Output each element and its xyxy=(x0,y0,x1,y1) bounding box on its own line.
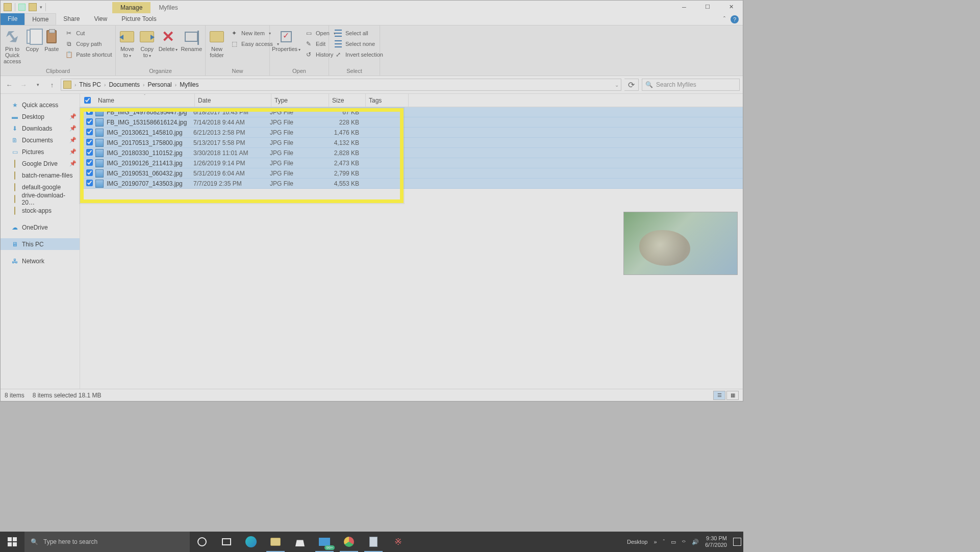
column-type[interactable]: Type xyxy=(271,94,329,107)
tab-picture-tools[interactable]: Picture Tools xyxy=(114,13,163,25)
tab-share[interactable]: Share xyxy=(56,13,87,25)
minimize-button[interactable]: ─ xyxy=(672,1,696,13)
file-row[interactable]: IMG_20190707_143503.jpg 7/7/2019 2:35 PM… xyxy=(80,179,743,189)
taskbar-mail[interactable]: 99+ xyxy=(312,532,337,552)
details-view-button[interactable]: ☰ xyxy=(713,391,725,400)
taskbar-edge[interactable] xyxy=(239,532,263,552)
row-checkbox[interactable] xyxy=(86,180,93,186)
paste-shortcut-button[interactable]: 📋Paste shortcut xyxy=(63,50,114,59)
select-all-button[interactable]: Select all xyxy=(332,29,385,38)
nav-batch-rename[interactable]: batch-rename-files xyxy=(1,169,80,181)
rename-button[interactable]: Rename xyxy=(181,27,202,52)
move-to-button[interactable]: Move to▾ xyxy=(119,27,136,59)
taskbar-chrome[interactable] xyxy=(337,532,361,552)
tray-desktop-label[interactable]: Desktop xyxy=(627,539,647,545)
task-view-button[interactable] xyxy=(214,532,239,552)
column-name[interactable]: Nameˆ xyxy=(95,94,195,107)
nav-this-pc[interactable]: 🖥This PC xyxy=(1,238,80,250)
nav-google-drive[interactable]: Google Drive📌 xyxy=(1,158,80,169)
nav-pictures[interactable]: ▭Pictures📌 xyxy=(1,146,80,158)
context-tab-manage[interactable]: Manage xyxy=(112,2,150,13)
file-row[interactable]: FB_IMG_1497808295447.jpg 6/18/2017 10:43… xyxy=(80,107,743,117)
copy-path-button[interactable]: ⧉Copy path xyxy=(63,39,114,48)
file-size: 228 KB xyxy=(328,119,363,126)
file-row[interactable]: IMG_20180330_110152.jpg 3/30/2018 11:01 … xyxy=(80,148,743,158)
breadcrumb-documents[interactable]: Documents xyxy=(107,81,142,88)
breadcrumb[interactable]: › This PC› Documents› Personal› Myfiles … xyxy=(61,79,621,91)
qat-folder-icon[interactable] xyxy=(29,3,37,11)
column-size[interactable]: Size xyxy=(329,94,366,107)
tray-overflow-icon[interactable]: » xyxy=(654,539,657,545)
file-explorer-window: ▾ Manage Myfiles ─ ☐ ✕ File Home Share V… xyxy=(0,0,743,402)
properties-button[interactable]: Properties▾ xyxy=(273,27,299,53)
row-checkbox[interactable] xyxy=(86,139,93,145)
tray-clock[interactable]: 9:30 PM 6/7/2020 xyxy=(705,535,727,548)
select-none-button[interactable]: Select none xyxy=(332,39,385,48)
tray-battery-icon[interactable]: ▭ xyxy=(671,539,676,545)
breadcrumb-personal[interactable]: Personal xyxy=(145,81,173,88)
recent-locations-button[interactable]: ▾ xyxy=(32,79,43,90)
column-tags[interactable]: Tags xyxy=(366,94,409,107)
cortana-button[interactable] xyxy=(190,532,214,552)
ribbon-collapse-icon[interactable]: ˆ xyxy=(723,16,725,23)
row-checkbox[interactable] xyxy=(86,108,93,115)
thumbnails-view-button[interactable]: ▦ xyxy=(726,391,739,400)
close-button[interactable]: ✕ xyxy=(719,1,743,13)
row-checkbox[interactable] xyxy=(86,118,93,125)
maximize-button[interactable]: ☐ xyxy=(696,1,719,13)
taskbar-store[interactable] xyxy=(288,532,312,552)
select-all-checkbox[interactable] xyxy=(84,97,91,104)
qat-dropdown-icon[interactable]: ▾ xyxy=(40,5,42,10)
file-row[interactable]: IMG_20170513_175800.jpg 5/13/2017 5:58 P… xyxy=(80,138,743,148)
breadcrumb-this-pc[interactable]: This PC xyxy=(77,81,103,88)
refresh-button[interactable]: ⟳ xyxy=(624,79,639,91)
tab-home[interactable]: Home xyxy=(24,13,56,25)
nav-desktop[interactable]: ▬Desktop📌 xyxy=(1,111,80,122)
paste-button[interactable]: Paste xyxy=(43,27,60,52)
copy-to-button[interactable]: Copy to▾ xyxy=(139,27,156,59)
nav-network[interactable]: 🖧Network xyxy=(1,255,80,267)
file-type: JPG File xyxy=(270,149,328,157)
delete-button[interactable]: ✕Delete▾ xyxy=(159,27,178,53)
nav-drive-download[interactable]: drive-download-20… xyxy=(1,193,80,205)
nav-quick-access[interactable]: ★Quick access xyxy=(1,99,80,111)
file-row[interactable]: IMG_20190126_211413.jpg 1/26/2019 9:14 P… xyxy=(80,158,743,168)
tab-view[interactable]: View xyxy=(87,13,114,25)
row-checkbox[interactable] xyxy=(86,149,93,156)
up-button[interactable]: ↑ xyxy=(46,79,58,90)
invert-selection-button[interactable]: ⤢Invert selection xyxy=(332,50,385,59)
taskbar-search[interactable]: 🔍 Type here to search xyxy=(24,532,190,552)
copy-button[interactable]: Copy xyxy=(24,27,40,52)
taskbar-explorer[interactable] xyxy=(263,532,288,552)
row-checkbox[interactable] xyxy=(86,159,93,166)
tray-volume-icon[interactable]: 🔊 xyxy=(692,539,699,545)
pin-to-quick-access-button[interactable]: Pin to Quick access xyxy=(4,27,21,64)
nav-stock-apps[interactable]: stock-apps xyxy=(1,205,80,216)
tray-chevron-icon[interactable]: ˆ xyxy=(663,539,665,545)
tray-wifi-icon[interactable]: ⌔ xyxy=(682,539,686,545)
forward-button[interactable]: → xyxy=(18,79,29,90)
back-button[interactable]: ← xyxy=(4,79,15,90)
start-button[interactable] xyxy=(0,532,24,552)
file-row[interactable]: FB_IMG_1531586616124.jpg 7/14/2018 9:44 … xyxy=(80,117,743,128)
search-box[interactable]: 🔍 Search Myfiles xyxy=(642,79,740,91)
breadcrumb-dropdown-icon[interactable]: ⌄ xyxy=(615,82,619,88)
column-date[interactable]: Date xyxy=(195,94,271,107)
nav-downloads[interactable]: ⬇Downloads📌 xyxy=(1,122,80,134)
invert-icon: ⤢ xyxy=(334,51,342,59)
file-row[interactable]: IMG_20190531_060432.jpg 5/31/2019 6:04 A… xyxy=(80,168,743,179)
taskbar-notepad[interactable] xyxy=(361,532,386,552)
cut-button[interactable]: ✂Cut xyxy=(63,29,114,38)
tray-notifications-icon[interactable] xyxy=(733,538,741,546)
nav-documents[interactable]: 🗎Documents📌 xyxy=(1,134,80,146)
row-checkbox[interactable] xyxy=(86,129,93,135)
qat-properties-icon[interactable] xyxy=(18,4,26,11)
file-row[interactable]: IMG_20130621_145810.jpg 6/21/2013 2:58 P… xyxy=(80,128,743,138)
breadcrumb-myfiles[interactable]: Myfiles xyxy=(178,81,200,88)
row-checkbox[interactable] xyxy=(86,169,93,176)
new-folder-button[interactable]: New folder xyxy=(209,27,225,58)
nav-onedrive[interactable]: ☁OneDrive xyxy=(1,221,80,233)
help-icon[interactable]: ? xyxy=(731,15,739,23)
tab-file[interactable]: File xyxy=(1,13,24,25)
taskbar-app[interactable]: ※ xyxy=(386,532,410,552)
